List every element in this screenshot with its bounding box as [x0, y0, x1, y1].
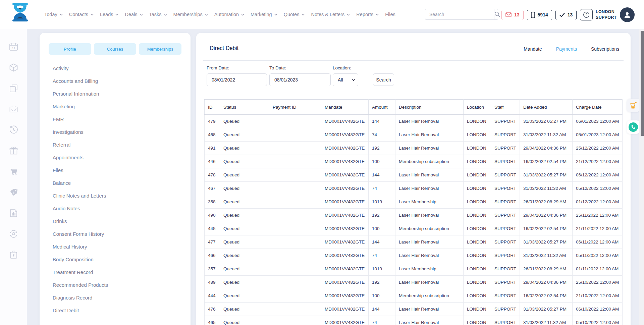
- tab-memberships[interactable]: Memberships: [139, 43, 181, 55]
- patient-nav-item[interactable]: Consent Forms History: [40, 227, 191, 240]
- report-icon[interactable]: [9, 209, 18, 218]
- patient-nav-item[interactable]: Diagnosis Record: [40, 291, 191, 304]
- table-row[interactable]: 468 Queued MD0001VV482GTE 74 Laser Hair …: [205, 128, 623, 142]
- nav-item[interactable]: Reports: [356, 12, 379, 17]
- table-row[interactable]: 446 Queued MD0001VV482GTE 100 Membership…: [205, 155, 623, 168]
- table-row[interactable]: 444 Queued MD0001VV482GTE 100 Membership…: [205, 289, 623, 303]
- from-date-input[interactable]: [207, 73, 267, 86]
- nav-item[interactable]: Deals: [125, 12, 143, 17]
- table-row[interactable]: 479 Queued MD0001VV482GTE 144 Laser Hair…: [205, 115, 623, 128]
- search-submit-button[interactable]: [494, 9, 500, 19]
- tasks-badge[interactable]: 13: [555, 10, 577, 20]
- nav-item[interactable]: Contacts: [69, 12, 94, 17]
- patient-nav-item[interactable]: EMR: [40, 113, 191, 125]
- tab-mandate[interactable]: Mandate: [524, 46, 542, 57]
- cell-mandate: MD0001VV482GTE: [321, 168, 369, 182]
- cell-staff: SUPPORT: [491, 115, 520, 128]
- cell-date-added: 31/03/2022 11:32 AM: [520, 249, 573, 262]
- table-row[interactable]: 491 Queued MD0001VV482GTE 192 Laser Hair…: [205, 142, 623, 155]
- filter-search-button[interactable]: Search: [373, 73, 394, 86]
- nav-item[interactable]: Automation: [214, 12, 244, 17]
- patient-nav-item[interactable]: Treatment Record: [40, 266, 191, 278]
- patient-nav-item[interactable]: Personal Information: [40, 87, 191, 100]
- cell-staff: SUPPORT: [491, 222, 520, 235]
- table-row[interactable]: 489 Queued MD0001VV482GTE 192 Laser Hair…: [205, 276, 623, 289]
- table-row[interactable]: 357 Queued MD0001VV482GTE 1019 Laser Mem…: [205, 262, 623, 276]
- support-icon[interactable]: [9, 229, 18, 238]
- table-row[interactable]: 358 Queued MD0001VV482GTE 1019 Laser Mem…: [205, 195, 623, 209]
- nav-item[interactable]: Files: [385, 12, 395, 17]
- chevron-down-icon: [164, 14, 167, 16]
- call-button[interactable]: [627, 120, 640, 134]
- patient-nav-item[interactable]: Activity: [40, 62, 191, 74]
- cell-charge-date: 06/10/2022 12:00 AM: [573, 303, 623, 316]
- cell-mandate: MD0001VV482GTE: [321, 235, 369, 249]
- windows-icon[interactable]: [9, 84, 18, 93]
- table-row[interactable]: 465 Queued MD0001VV482GTE 74 Laser Hair …: [205, 316, 623, 325]
- patient-nav-item[interactable]: Referral: [40, 138, 191, 151]
- history-icon[interactable]: [9, 125, 18, 134]
- page-scrollbar[interactable]: [639, 29, 644, 325]
- phone-badge[interactable]: 5914: [527, 10, 552, 20]
- nav-item[interactable]: Marketing: [251, 12, 277, 17]
- search-input[interactable]: [425, 12, 494, 17]
- patient-nav-item[interactable]: Appointments: [40, 151, 191, 164]
- messages-badge[interactable]: 13: [501, 10, 524, 20]
- table-row[interactable]: 490 Queued MD0001VV482GTE 192 Laser Hair…: [205, 209, 623, 222]
- search-icon: [494, 11, 500, 17]
- cell-date-added: 29/04/2022 04:36 PM: [520, 142, 573, 155]
- nav-item[interactable]: Memberships: [173, 12, 208, 17]
- table-row[interactable]: 445 Queued MD0001VV482GTE 100 Membership…: [205, 222, 623, 235]
- cell-date-added: 31/03/2022 11:32 AM: [520, 128, 573, 142]
- patient-nav-item[interactable]: Recommended Products: [40, 278, 191, 291]
- tab-courses[interactable]: Courses: [94, 43, 137, 55]
- nav-item[interactable]: Tasks: [149, 12, 167, 17]
- scrollbar-thumb[interactable]: [641, 31, 644, 136]
- table-row[interactable]: 478 Queued MD0001VV482GTE 144 Laser Hair…: [205, 168, 623, 182]
- nav-item[interactable]: Today: [44, 12, 63, 17]
- avatar[interactable]: [620, 7, 635, 22]
- patient-nav-item[interactable]: Direct Debit: [40, 304, 191, 317]
- package-icon[interactable]: [9, 63, 18, 72]
- app-logo-icon[interactable]: [9, 2, 31, 22]
- patient-nav-item[interactable]: Balance: [40, 176, 191, 189]
- help-button[interactable]: ?: [580, 9, 593, 20]
- camera-icon[interactable]: [9, 105, 18, 114]
- cell-payment-id: [269, 182, 321, 195]
- locker-icon[interactable]: [9, 250, 18, 259]
- location-select[interactable]: All: [333, 73, 358, 86]
- cell-mandate: MD0001VV482GTE: [321, 128, 369, 142]
- table-row[interactable]: 467 Queued MD0001VV482GTE 74 Laser Hair …: [205, 182, 623, 195]
- patient-nav-item[interactable]: Audio Notes: [40, 202, 191, 215]
- cell-mandate: MD0001VV482GTE: [321, 155, 369, 168]
- calendar-icon[interactable]: 12: [9, 42, 18, 51]
- cell-staff: SUPPORT: [491, 276, 520, 289]
- patient-nav-item[interactable]: Accounts and Billing: [40, 74, 191, 87]
- cell-payment-id: [269, 316, 321, 325]
- table-row[interactable]: 466 Queued MD0001VV482GTE 74 Laser Hair …: [205, 249, 623, 262]
- patient-nav-item[interactable]: Investigations: [40, 125, 191, 138]
- cell-charge-date: 21/11/2022 12:00 AM: [573, 222, 623, 235]
- table-row[interactable]: 477 Queued MD0001VV482GTE 144 Laser Hair…: [205, 235, 623, 249]
- table-row[interactable]: 476 Queued MD0001VV482GTE 144 Laser Hair…: [205, 303, 623, 316]
- patient-nav-item[interactable]: Body Composition: [40, 253, 191, 266]
- cell-amount: 192: [369, 209, 395, 222]
- nav-item[interactable]: Notes & Letters: [311, 12, 350, 17]
- tab-profile[interactable]: Profile: [49, 43, 91, 55]
- nav-item[interactable]: Leads: [100, 12, 119, 17]
- cart-icon[interactable]: [9, 167, 18, 176]
- price-tag-icon[interactable]: $: [9, 188, 18, 197]
- user-menu[interactable]: LONDON SUPPORT: [596, 7, 635, 22]
- cell-mandate: MD0001VV482GTE: [321, 195, 369, 209]
- to-date-input[interactable]: [269, 73, 331, 86]
- patient-nav-item[interactable]: Clinic Notes and Letters: [40, 189, 191, 202]
- basket-button[interactable]: [627, 99, 640, 112]
- nav-item[interactable]: Quotes: [284, 12, 305, 17]
- tab-payments[interactable]: Payments: [556, 46, 577, 57]
- patient-nav-item[interactable]: Marketing: [40, 100, 191, 113]
- tab-subscriptions[interactable]: Subscriptions: [591, 46, 619, 57]
- patient-nav-item[interactable]: Drinks: [40, 215, 191, 227]
- patient-nav-item[interactable]: Medical History: [40, 240, 191, 253]
- patient-nav-item[interactable]: Files: [40, 164, 191, 176]
- gift-icon[interactable]: [9, 146, 18, 155]
